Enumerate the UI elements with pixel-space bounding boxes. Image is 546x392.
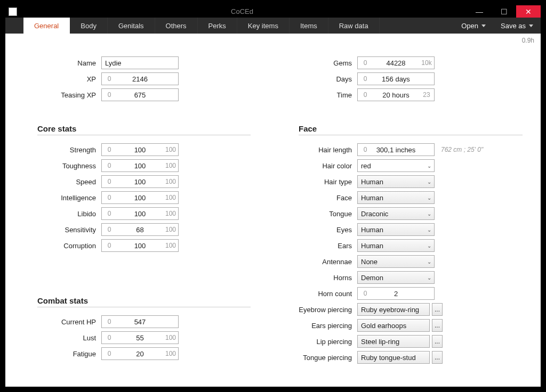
tab-genitals[interactable]: Genitals bbox=[108, 18, 155, 34]
tab-keyitems[interactable]: Key items bbox=[237, 18, 290, 34]
tongue-piercing-more-button[interactable]: ... bbox=[432, 351, 443, 364]
core-2-input[interactable]: 0100100 bbox=[101, 175, 179, 188]
stat-label: Current HP bbox=[37, 318, 101, 326]
hair-length-hint: 762 cm ; 25' 0" bbox=[441, 146, 483, 153]
tongue-label: Tongue bbox=[299, 210, 357, 218]
stat-label: Fatigue bbox=[37, 350, 101, 358]
version-label: 0.9h bbox=[522, 37, 534, 44]
stat-label: Intelligence bbox=[37, 194, 101, 202]
combat-stats-heading: Combat stats bbox=[37, 296, 251, 307]
ears-piercing-more-button[interactable]: ... bbox=[432, 319, 443, 332]
horn-count-input[interactable]: 0 2 bbox=[357, 287, 435, 300]
hair-color-combo[interactable]: red⌄ bbox=[357, 159, 435, 172]
core-4-input[interactable]: 0100100 bbox=[101, 207, 179, 220]
combat-0-input[interactable]: 0547 bbox=[101, 315, 179, 328]
time-input[interactable]: 0 20 hours 23 bbox=[357, 88, 435, 101]
ears-piercing-combo[interactable]: Gold earhoops bbox=[357, 319, 430, 332]
hair-type-label: Hair type bbox=[299, 178, 357, 186]
maximize-button[interactable]: ☐ bbox=[492, 5, 516, 18]
stat-row: Intelligence0100100 bbox=[37, 190, 251, 206]
antennae-label: Antennae bbox=[299, 258, 357, 266]
content-area: 0.9h Name Lydie XP 0 2146 bbox=[5, 34, 541, 387]
hair-type-combo[interactable]: Human⌄ bbox=[357, 175, 435, 188]
hair-color-label: Hair color bbox=[299, 162, 357, 170]
combat-2-input[interactable]: 020100 bbox=[101, 347, 179, 360]
stat-row: Strength0100100 bbox=[37, 142, 251, 158]
horns-label: Horns bbox=[299, 274, 357, 282]
core-stats-heading: Core stats bbox=[37, 124, 251, 135]
tab-general[interactable]: General bbox=[23, 18, 70, 34]
stat-label: Toughness bbox=[37, 162, 101, 170]
stat-label: Sensitivity bbox=[37, 226, 101, 234]
chevron-down-icon: ⌄ bbox=[424, 227, 434, 233]
chevron-down-icon: ⌄ bbox=[424, 195, 434, 201]
face-label: Face bbox=[299, 194, 357, 202]
xp-input[interactable]: 0 2146 bbox=[101, 72, 179, 85]
stat-row: Sensitivity068100 bbox=[37, 222, 251, 238]
lip-piercing-more-button[interactable]: ... bbox=[432, 335, 443, 348]
stat-row: Toughness0100100 bbox=[37, 158, 251, 174]
tab-perks[interactable]: Perks bbox=[198, 18, 237, 34]
tab-body[interactable]: Body bbox=[70, 18, 108, 34]
window-title: CoCEd bbox=[17, 7, 467, 15]
open-menu[interactable]: Open bbox=[454, 18, 493, 34]
eyes-combo[interactable]: Human⌄ bbox=[357, 223, 435, 236]
tongue-piercing-label: Tongue piercing bbox=[299, 354, 357, 362]
basic-section: Name Lydie XP 0 2146 Teasing XP bbox=[37, 55, 251, 103]
gems-input[interactable]: 0 44228 10k bbox=[357, 56, 435, 69]
tab-rawdata[interactable]: Raw data bbox=[328, 18, 380, 34]
titlebar: CoCEd — ☐ ✕ bbox=[5, 5, 541, 18]
stat-row: Current HP0547 bbox=[37, 314, 251, 330]
time-label: Time bbox=[299, 91, 357, 99]
face-section: Face Hair length 0 300,1 inches 762 cm ;… bbox=[299, 124, 523, 365]
ears-combo[interactable]: Human⌄ bbox=[357, 239, 435, 252]
teasing-xp-input[interactable]: 0 675 bbox=[101, 88, 179, 101]
minimize-button[interactable]: — bbox=[467, 5, 492, 18]
core-6-input[interactable]: 0100100 bbox=[101, 239, 179, 252]
name-label: Name bbox=[37, 59, 101, 67]
days-label: Days bbox=[299, 75, 357, 83]
horns-combo[interactable]: Demon⌄ bbox=[357, 271, 435, 284]
chevron-down-icon: ⌄ bbox=[424, 243, 434, 249]
ears-label: Ears bbox=[299, 242, 357, 250]
chevron-down-icon: ⌄ bbox=[424, 179, 434, 185]
save-as-menu[interactable]: Save as bbox=[493, 18, 541, 34]
face-heading: Face bbox=[299, 124, 523, 135]
stat-label: Speed bbox=[37, 178, 101, 186]
tongue-combo[interactable]: Draconic⌄ bbox=[357, 207, 435, 220]
app-icon bbox=[9, 7, 17, 16]
hair-length-input[interactable]: 0 300,1 inches bbox=[357, 143, 435, 156]
core-0-input[interactable]: 0100100 bbox=[101, 143, 179, 156]
tongue-piercing-combo[interactable]: Ruby tongue-stud bbox=[357, 351, 430, 364]
tab-others[interactable]: Others bbox=[155, 18, 198, 34]
tabbar: General Body Genitals Others Perks Key i… bbox=[5, 18, 541, 34]
stat-label: Corruption bbox=[37, 242, 101, 250]
chevron-down-icon: ⌄ bbox=[424, 275, 434, 281]
tab-items[interactable]: Items bbox=[290, 18, 328, 34]
stat-row: Fatigue020100 bbox=[37, 346, 251, 362]
close-button[interactable]: ✕ bbox=[516, 5, 541, 18]
stat-label: Lust bbox=[37, 334, 101, 342]
name-input[interactable]: Lydie bbox=[101, 56, 179, 69]
core-3-input[interactable]: 0100100 bbox=[101, 191, 179, 204]
stat-label: Libido bbox=[37, 210, 101, 218]
eyebrow-piercing-combo[interactable]: Ruby eyebrow-ring bbox=[357, 303, 430, 316]
combat-stats-section: Combat stats Current HP0547Lust055100Fat… bbox=[37, 296, 251, 362]
app-window: CoCEd — ☐ ✕ General Body Genitals Others… bbox=[5, 5, 541, 387]
stat-row: Speed0100100 bbox=[37, 174, 251, 190]
antennae-combo[interactable]: None⌄ bbox=[357, 255, 435, 268]
ears-piercing-label: Ears piercing bbox=[299, 322, 357, 330]
core-5-input[interactable]: 068100 bbox=[101, 223, 179, 236]
lip-piercing-combo[interactable]: Steel lip-ring bbox=[357, 335, 430, 348]
eyebrow-piercing-label: Eyebrow piercing bbox=[299, 306, 357, 314]
core-1-input[interactable]: 0100100 bbox=[101, 159, 179, 172]
days-input[interactable]: 0 156 days bbox=[357, 72, 435, 85]
eyebrow-piercing-more-button[interactable]: ... bbox=[432, 303, 443, 316]
eyes-label: Eyes bbox=[299, 226, 357, 234]
stat-row: Lust055100 bbox=[37, 330, 251, 346]
basic-right-section: Gems 0 44228 10k Days 0 156 days bbox=[299, 55, 523, 103]
gems-label: Gems bbox=[299, 59, 357, 67]
face-combo[interactable]: Human⌄ bbox=[357, 191, 435, 204]
combat-1-input[interactable]: 055100 bbox=[101, 331, 179, 344]
xp-label: XP bbox=[37, 75, 101, 83]
